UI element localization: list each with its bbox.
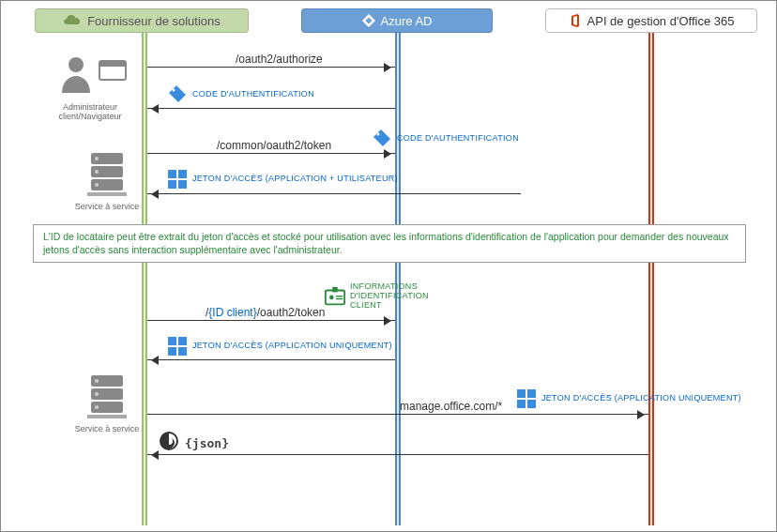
svg-rect-35 [527,389,536,398]
tenant-note-text: L'ID de locataire peut être extrait du j… [43,231,729,255]
arrow-manage-office [147,414,648,415]
tag-icon [371,128,393,150]
svg-point-6 [377,133,380,136]
svg-point-20 [329,295,334,299]
azure-diamond-icon [362,14,375,27]
actor-service-2-label: Service à service [55,424,159,433]
json-label: {json} [185,436,229,450]
header-solution-label: Fournisseur de solutions [87,14,221,28]
badge-token-app-only-2-text: JETON D'ACCÈS (APPLICATION UNIQUEMENT) [541,394,741,403]
lifeline-office-api [648,33,654,525]
server-icon [82,372,132,422]
arrow-token-app-only-1 [147,359,395,360]
svg-rect-15 [178,170,187,178]
svg-rect-37 [527,400,536,408]
svg-rect-13 [87,192,127,196]
header-api-label: API de gestion d'Office 365 [587,14,735,28]
svg-rect-25 [168,347,176,356]
header-ad-label: Azure AD [381,14,433,28]
actor-admin-label: Administrateur client/Navigateur [38,102,142,121]
badge-auth-code-2: CODE D'AUTHENTIFICATION [371,128,519,150]
badge-client-creds: INFORMATIONS D'IDENTIFICATION CLIENT [324,282,434,311]
svg-rect-18 [326,290,344,304]
svg-rect-36 [517,400,526,408]
windows-grid-icon [166,335,189,357]
svg-rect-22 [336,298,343,299]
svg-rect-21 [336,296,343,296]
actor-service-1-label: Service à service [55,202,159,211]
person-browser-icon [48,53,132,100]
badge-token-app-user: JETON D'ACCÈS (APPLICATION + UTILISATEUR… [166,168,398,190]
svg-point-5 [173,89,175,92]
windows-grid-icon [515,388,538,410]
svg-rect-23 [168,337,176,345]
id-card-icon [324,285,346,308]
badge-auth-code-1-text: CODE D'AUTHENTIFICATION [192,90,314,99]
svg-point-28 [95,379,99,383]
badge-token-app-user-text: JETON D'ACCÈS (APPLICATION + UTILISATEUR… [192,175,398,184]
tag-icon [166,84,189,106]
svg-rect-14 [168,170,176,178]
tenant-note: L'ID de locataire peut être extrait du j… [33,224,746,263]
header-azure-ad: Azure AD [301,8,493,33]
svg-rect-24 [178,337,187,345]
lifeline-azure-ad [395,33,401,525]
svg-point-8 [95,157,99,160]
svg-point-2 [69,57,84,72]
cloud-gear-icon [63,14,82,27]
arrow-common-token-label: /common/oauth2/token [217,139,331,152]
arrow-common-token [147,153,395,154]
svg-point-12 [95,183,99,187]
arrow-auth-code-return [147,108,395,109]
json-response: {json} [159,431,229,455]
office-icon [569,14,582,27]
sequence-diagram: Fournisseur de solutions Azure AD API de… [0,0,777,532]
windows-grid-icon [166,168,189,190]
header-office-api: API de gestion d'Office 365 [545,8,757,33]
arrow-client-token-label: /{ID client}/oauth2/token [206,306,325,319]
svg-point-30 [95,392,99,396]
header-solution-provider: Fournisseur de solutions [35,8,249,33]
svg-rect-33 [87,415,127,418]
arrow-authorize-label: /oauth2/authorize [236,53,323,66]
svg-point-32 [95,405,99,409]
svg-rect-19 [332,287,338,293]
actor-service-2: Service à service [55,372,159,433]
arrow-client-token [147,320,395,321]
svg-rect-17 [178,180,187,189]
badge-auth-code-2-text: CODE D'AUTHENTIFICATION [397,134,519,144]
badge-token-app-only-1-text: JETON D'ACCÈS (APPLICATION UNIQUEMENT) [192,342,392,351]
svg-rect-26 [178,347,187,356]
actor-admin-browser: Administrateur client/Navigateur [38,53,142,121]
svg-point-10 [95,170,99,174]
arrow-authorize [147,67,395,68]
arrow-manage-office-label: manage.office.com/* [400,400,502,413]
json-circle-icon [159,431,179,455]
svg-rect-34 [517,389,526,398]
badge-auth-code-1: CODE D'AUTHENTIFICATION [166,84,314,106]
badge-token-app-only-1: JETON D'ACCÈS (APPLICATION UNIQUEMENT) [166,335,392,357]
svg-rect-4 [99,61,126,67]
badge-client-creds-text: INFORMATIONS D'IDENTIFICATION CLIENT [350,282,434,311]
svg-rect-16 [168,180,176,189]
arrow-token-app-user [147,193,521,194]
actor-service-1: Service à service [55,149,159,211]
badge-token-app-only-2: JETON D'ACCÈS (APPLICATION UNIQUEMENT) [515,388,741,410]
server-icon [82,149,132,200]
